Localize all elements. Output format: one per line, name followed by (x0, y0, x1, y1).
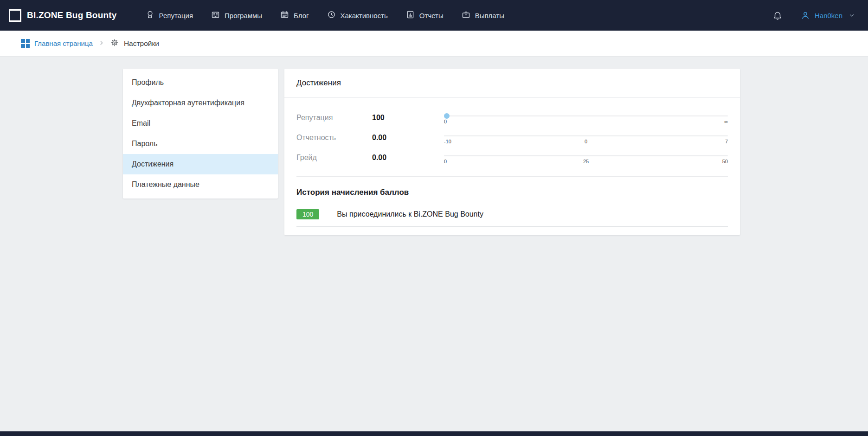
metric-row-reputation: Репутация 100 0 ∞ (296, 112, 728, 127)
panel-title: Достижения (284, 69, 740, 98)
notifications-bell-icon[interactable] (772, 10, 783, 20)
slider-labels: -10 0 7 (444, 139, 728, 145)
grade-slider: 0 25 50 (444, 152, 728, 167)
slider-max-label: 7 (725, 139, 728, 144)
metric-value: 0.00 (372, 152, 444, 162)
home-grid-icon (21, 39, 30, 48)
sidebar-item-profile[interactable]: Профиль (123, 72, 278, 93)
username: Han0ken (815, 12, 842, 19)
chevron-down-icon (849, 12, 855, 19)
footer-strip (0, 431, 868, 436)
report-chart-icon (405, 10, 415, 21)
gear-icon (110, 38, 119, 49)
slider-max-label: ∞ (724, 119, 728, 124)
reputation-slider: 0 ∞ (444, 112, 728, 127)
sidebar-item-2fa[interactable]: Двухфакторная аутентификация (123, 93, 278, 113)
breadcrumb-current: Настройки (110, 38, 159, 49)
slider-mid-label: 25 (583, 159, 589, 164)
breadcrumb-current-label: Настройки (124, 39, 159, 48)
metric-label: Грейд (296, 152, 372, 162)
top-navbar: BI.ZONE Bug Bounty Репутация Программы Б… (0, 0, 868, 31)
nav-item-reports[interactable]: Отчеты (397, 0, 452, 31)
calendar-icon (280, 10, 289, 21)
slider-min-label: -10 (444, 139, 451, 144)
slider-min-label: 0 (444, 119, 447, 124)
history-entry-text: Вы присоединились к Bi.ZONE Bug Bounty (337, 210, 483, 218)
metric-label: Репутация (296, 112, 372, 122)
breadcrumb: Главная страница Настройки (0, 31, 868, 57)
navbar-right: Han0ken (772, 10, 855, 20)
chevron-right-icon (98, 39, 104, 48)
slider-mid-label: 0 (585, 139, 587, 144)
nav-item-label: Блог (294, 12, 309, 19)
slider-labels: 0 ∞ (444, 119, 728, 125)
nav-item-payouts[interactable]: Выплаты (452, 0, 513, 31)
brand[interactable]: BI.ZONE Bug Bounty (9, 9, 117, 22)
bizone-logo-icon (9, 9, 21, 22)
brand-name: BI.ZONE Bug Bounty (27, 10, 117, 20)
reporting-slider: -10 0 7 (444, 132, 728, 147)
nav-item-label: Репутация (159, 12, 193, 19)
sidebar-item-email[interactable]: Email (123, 113, 278, 134)
achievements-panel: Достижения Репутация 100 0 ∞ Отчетность (284, 69, 740, 235)
nav-item-label: Выплаты (475, 12, 504, 19)
points-badge: 100 (296, 209, 319, 219)
main-content: Профиль Двухфакторная аутентификация Ema… (0, 57, 868, 235)
nav-item-hackactivity[interactable]: Хакактивность (318, 0, 397, 31)
settings-sidebar: Профиль Двухфакторная аутентификация Ema… (123, 69, 278, 199)
nav-item-blog[interactable]: Блог (271, 0, 317, 31)
breadcrumb-home-label: Главная страница (34, 39, 93, 47)
metric-row-reporting: Отчетность 0.00 -10 0 7 (296, 132, 728, 147)
main-nav: Репутация Программы Блог Хакактивность О… (136, 0, 513, 31)
history-title: История начисления баллов (284, 177, 740, 197)
history-entry: 100 Вы присоединились к Bi.ZONE Bug Boun… (296, 209, 728, 227)
nav-item-label: Отчеты (419, 12, 444, 19)
breadcrumb-home-link[interactable]: Главная страница (21, 39, 93, 48)
slider-track (444, 135, 728, 136)
briefcase-icon (461, 10, 471, 21)
sidebar-item-password[interactable]: Пароль (123, 134, 278, 154)
slider-min-label: 0 (444, 159, 447, 164)
nav-item-programs[interactable]: Программы (202, 0, 271, 31)
nav-item-label: Программы (225, 12, 262, 19)
metrics-section: Репутация 100 0 ∞ Отчетность 0.00 (284, 98, 740, 174)
nav-item-label: Хакактивность (341, 12, 388, 19)
nav-item-reputation[interactable]: Репутация (136, 0, 202, 31)
slider-track (444, 115, 728, 116)
slider-track (444, 155, 728, 156)
slider-handle[interactable] (444, 113, 450, 119)
metric-value: 0.00 (372, 132, 444, 142)
user-menu[interactable]: Han0ken (800, 10, 855, 20)
sidebar-item-payment-data[interactable]: Платежные данные (123, 174, 278, 195)
slider-max-label: 50 (722, 159, 728, 164)
user-icon (800, 10, 810, 20)
sidebar-item-achievements[interactable]: Достижения (123, 154, 278, 174)
slider-labels: 0 25 50 (444, 159, 728, 165)
metric-row-grade: Грейд 0.00 0 25 50 (296, 152, 728, 167)
metric-label: Отчетность (296, 132, 372, 142)
history-clock-icon (327, 10, 336, 21)
metric-value: 100 (372, 112, 444, 122)
medal-icon (145, 10, 155, 21)
building-icon (211, 10, 220, 21)
